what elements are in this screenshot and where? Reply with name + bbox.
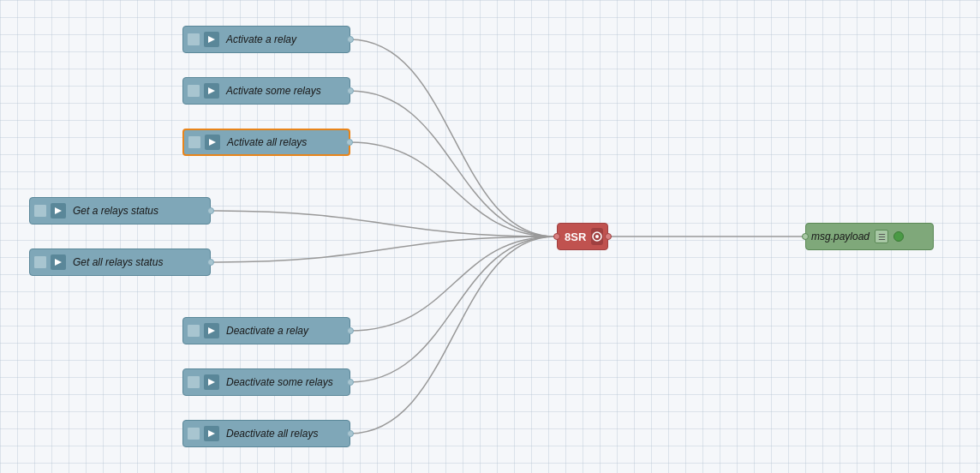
debug-label: msg.payload	[811, 231, 869, 242]
svg-marker-1	[208, 87, 215, 94]
inject-icon-activate-some	[204, 83, 219, 99]
inject-activate-all[interactable]: Activate all relays	[182, 129, 350, 156]
relay-8sr-node[interactable]: 8SR	[557, 223, 608, 250]
svg-marker-0	[208, 36, 215, 43]
svg-marker-4	[55, 259, 62, 266]
inject-btn-deactivate-all[interactable]	[187, 427, 200, 440]
port-activate-relay-out	[347, 36, 354, 43]
debug-menu-icon: ☰	[878, 232, 886, 242]
port-8sr-in	[553, 233, 560, 240]
svg-marker-5	[208, 327, 215, 334]
inject-btn-activate-all[interactable]	[188, 135, 201, 149]
inject-icon-activate-all	[205, 135, 220, 150]
inject-label-get-relay-status: Get a relays status	[69, 205, 162, 217]
inject-btn-deactivate-some[interactable]	[187, 375, 200, 389]
inject-icon-deactivate-relay	[204, 323, 219, 338]
inject-label-deactivate-relay: Deactivate a relay	[223, 325, 312, 337]
inject-icon-activate-relay	[204, 32, 219, 47]
relay-8sr-icon	[591, 228, 603, 245]
svg-marker-2	[209, 139, 216, 146]
flow-canvas: Activate a relay Activate some relays Ac…	[0, 0, 980, 473]
inject-deactivate-all[interactable]: Deactivate all relays	[182, 420, 350, 447]
inject-btn-get-all-status[interactable]	[33, 255, 47, 269]
inject-get-relay-status[interactable]: Get a relays status	[29, 197, 211, 225]
svg-marker-6	[208, 379, 215, 386]
inject-label-activate-some: Activate some relays	[223, 85, 325, 97]
inject-icon-deactivate-some	[204, 374, 219, 390]
port-deactivate-relay-out	[347, 327, 354, 334]
debug-status-indicator	[893, 231, 904, 242]
inject-icon-get-relay-status	[51, 203, 66, 219]
inject-icon-deactivate-all	[204, 426, 219, 441]
inject-btn-deactivate-relay[interactable]	[187, 324, 200, 338]
svg-marker-3	[55, 207, 62, 214]
inject-label-activate-relay: Activate a relay	[223, 33, 300, 45]
inject-label-deactivate-all: Deactivate all relays	[223, 428, 321, 440]
inject-label-deactivate-some: Deactivate some relays	[223, 376, 337, 388]
port-debug-in	[802, 233, 809, 240]
inject-label-get-all-status: Get all relays status	[69, 256, 166, 268]
inject-icon-get-all-status	[51, 254, 66, 270]
port-activate-all-out	[346, 139, 353, 146]
svg-point-9	[595, 235, 599, 238]
debug-msg-payload-node[interactable]: msg.payload ☰	[805, 223, 934, 250]
port-get-all-status-out	[207, 259, 214, 266]
inject-activate-some[interactable]: Activate some relays	[182, 77, 350, 105]
relay-8sr-label: 8SR	[565, 231, 586, 243]
inject-get-all-status[interactable]: Get all relays status	[29, 248, 211, 276]
port-8sr-out	[605, 233, 612, 240]
svg-marker-7	[208, 430, 215, 437]
inject-activate-relay[interactable]: Activate a relay	[182, 26, 350, 53]
inject-deactivate-relay[interactable]: Deactivate a relay	[182, 317, 350, 344]
port-activate-some-out	[347, 87, 354, 94]
inject-btn-activate-relay[interactable]	[187, 33, 200, 46]
inject-deactivate-some[interactable]: Deactivate some relays	[182, 368, 350, 396]
inject-label-activate-all: Activate all relays	[224, 136, 310, 148]
inject-btn-get-relay-status[interactable]	[33, 204, 47, 218]
port-get-relay-status-out	[207, 207, 214, 214]
port-deactivate-some-out	[347, 379, 354, 386]
port-deactivate-all-out	[347, 430, 354, 437]
inject-btn-activate-some[interactable]	[187, 84, 200, 98]
debug-menu-btn[interactable]: ☰	[875, 230, 888, 243]
